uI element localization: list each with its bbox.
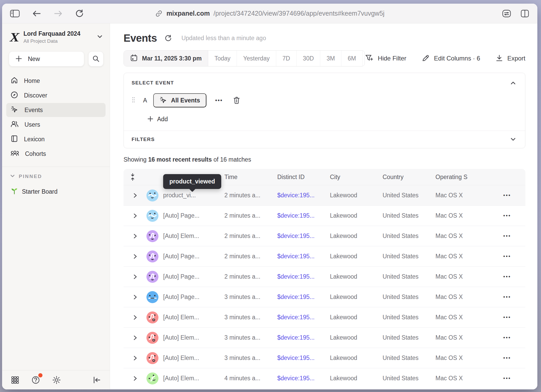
table-row[interactable]: [Auto] Page... 2 minutes a... $device:19…: [124, 246, 525, 266]
distinct-id-link[interactable]: $device:195...: [277, 314, 330, 321]
new-button[interactable]: New: [9, 51, 84, 66]
project-switcher[interactable]: X Lord Farquaad 2024 All Project Data: [2, 23, 110, 47]
expand-row-chevron-icon[interactable]: [124, 192, 142, 199]
date-picker[interactable]: Mar 11, 2025 3:30 pm: [124, 51, 208, 66]
time-cell: 2 minutes a...: [224, 273, 277, 280]
expand-row-chevron-icon[interactable]: [124, 253, 142, 260]
split-view-icon[interactable]: [519, 8, 531, 19]
export-button[interactable]: Export: [495, 54, 525, 63]
table-row[interactable]: [Auto] Page... 2 minutes a... $device:19…: [124, 266, 525, 287]
table-row[interactable]: [Auto] Elem... 2 minutes a... $device:19…: [124, 226, 525, 246]
sidebar-item-starter-board[interactable]: Starter Board: [2, 179, 110, 196]
pinned-section-toggle[interactable]: PINNED: [2, 167, 110, 179]
sidebar-item-cohorts[interactable]: Cohorts: [6, 147, 106, 161]
table-row[interactable]: [Auto] Elem... 3 minutes a... $device:19…: [124, 327, 525, 348]
event-name-cell[interactable]: [Auto] Elem...: [163, 232, 224, 240]
expand-row-chevron-icon[interactable]: [124, 233, 142, 239]
expand-row-chevron-icon[interactable]: [124, 314, 142, 321]
distinct-id-link[interactable]: $device:195...: [277, 232, 330, 240]
table-row[interactable]: [Auto] Page... 3 minutes a... $device:19…: [124, 287, 525, 307]
add-event-button[interactable]: Add: [147, 116, 168, 123]
expand-row-chevron-icon[interactable]: [124, 375, 142, 382]
sidebar-toggle-icon[interactable]: [9, 8, 21, 19]
distinct-id-link[interactable]: $device:195...: [277, 293, 330, 301]
sidebar-item-users[interactable]: Users: [6, 118, 106, 132]
table-row[interactable]: [Auto] Elem... 3 minutes a... $device:19…: [124, 348, 525, 368]
table-row[interactable]: [Auto] Elem... 4 minutes a... $device:19…: [124, 368, 525, 388]
edit-columns-button[interactable]: Edit Columns · 6: [421, 54, 480, 63]
address-bar[interactable]: mixpanel.com/project/3472420/view/397469…: [155, 10, 385, 17]
sidebar-item-home[interactable]: Home: [6, 74, 106, 88]
row-more-options-icon[interactable]: •••: [489, 375, 525, 381]
column-header-city[interactable]: City: [330, 174, 383, 181]
column-header-time[interactable]: Time: [224, 174, 277, 181]
row-more-options-icon[interactable]: •••: [489, 233, 525, 239]
search-button[interactable]: [88, 51, 103, 66]
distinct-id-link[interactable]: $device:195...: [277, 375, 330, 382]
refresh-icon[interactable]: [163, 33, 173, 43]
row-more-options-icon[interactable]: •••: [489, 294, 525, 300]
column-header-distinct-id[interactable]: Distinct ID: [277, 174, 330, 181]
time-cell: 2 minutes a...: [224, 192, 277, 199]
distinct-id-link[interactable]: $device:195...: [277, 354, 330, 362]
distinct-id-link[interactable]: $device:195...: [277, 212, 330, 219]
event-name-cell[interactable]: [Auto] Page...: [163, 253, 224, 260]
preset-today[interactable]: Today: [208, 51, 237, 66]
event-selector-chip[interactable]: All Events: [153, 93, 206, 107]
column-header-os[interactable]: Operating S: [435, 174, 489, 181]
distinct-id-link[interactable]: $device:195...: [277, 253, 330, 260]
table-row[interactable]: •••: [124, 388, 525, 389]
collapse-rows-icon[interactable]: [129, 172, 137, 182]
event-name-cell[interactable]: [Auto] Elem...: [163, 354, 224, 362]
sidebar-item-lexicon[interactable]: Lexicon: [6, 132, 106, 146]
drag-handle-icon[interactable]: [132, 96, 135, 104]
apps-grid-icon[interactable]: [10, 375, 20, 385]
distinct-id-link[interactable]: $device:195...: [277, 334, 330, 341]
column-header-country[interactable]: Country: [383, 174, 435, 181]
settings-gear-icon[interactable]: [51, 375, 62, 385]
collapse-sidebar-icon[interactable]: [91, 375, 102, 385]
event-name-cell[interactable]: [Auto] Page...: [163, 273, 224, 280]
row-more-options-icon[interactable]: •••: [489, 355, 525, 361]
event-name-cell[interactable]: [Auto] Elem...: [163, 334, 224, 341]
row-more-options-icon[interactable]: •••: [489, 213, 525, 219]
expand-row-chevron-icon[interactable]: [124, 274, 142, 280]
row-more-options-icon[interactable]: •••: [489, 192, 525, 198]
sidebar-item-events[interactable]: Events: [6, 103, 106, 117]
collapse-section-chevron-up-icon[interactable]: [509, 80, 517, 86]
preset-7d[interactable]: 7D: [276, 51, 297, 66]
row-more-options-icon[interactable]: •••: [489, 253, 525, 259]
row-more-options-icon[interactable]: •••: [489, 314, 525, 320]
hide-filter-button[interactable]: Hide Filter: [365, 54, 406, 63]
sidebar-item-discover[interactable]: Discover: [6, 88, 106, 102]
event-name-cell[interactable]: [Auto] Elem...: [163, 375, 224, 382]
distinct-id-link[interactable]: $device:195...: [277, 273, 330, 280]
event-name-cell[interactable]: [Auto] Elem...: [163, 314, 224, 321]
preset-12m[interactable]: 12M: [362, 51, 365, 66]
calendar-icon: [130, 54, 138, 63]
expand-section-chevron-down-icon[interactable]: [509, 136, 517, 143]
event-name-cell[interactable]: [Auto] Page...: [163, 293, 224, 301]
city-cell: Lakewood: [330, 314, 383, 321]
row-more-options-icon[interactable]: •••: [489, 274, 525, 280]
event-name-cell[interactable]: [Auto] Page...: [163, 212, 224, 219]
preset-3m[interactable]: 3M: [320, 51, 341, 66]
event-name-cell[interactable]: product_vi...: [163, 192, 224, 199]
back-icon[interactable]: [31, 9, 42, 18]
row-more-options-icon[interactable]: •••: [489, 335, 525, 341]
preset-30d[interactable]: 30D: [297, 51, 320, 66]
expand-row-chevron-icon[interactable]: [124, 355, 142, 361]
table-row[interactable]: [Auto] Elem... 3 minutes a... $device:19…: [124, 307, 525, 327]
preset-yesterday[interactable]: Yesterday: [237, 51, 276, 66]
forward-icon[interactable]: [53, 9, 64, 18]
expand-row-chevron-icon[interactable]: [124, 294, 142, 300]
clause-more-options-icon[interactable]: •••: [213, 97, 225, 104]
reader-sliders-icon[interactable]: [501, 8, 512, 19]
expand-row-chevron-icon[interactable]: [124, 335, 142, 341]
reload-icon[interactable]: [74, 8, 85, 19]
distinct-id-link[interactable]: $device:195...: [277, 192, 330, 199]
table-row[interactable]: [Auto] Page... 2 minutes a... $device:19…: [124, 205, 525, 226]
trash-icon[interactable]: [232, 95, 242, 106]
preset-6m[interactable]: 6M: [341, 51, 362, 66]
expand-row-chevron-icon[interactable]: [124, 213, 142, 219]
